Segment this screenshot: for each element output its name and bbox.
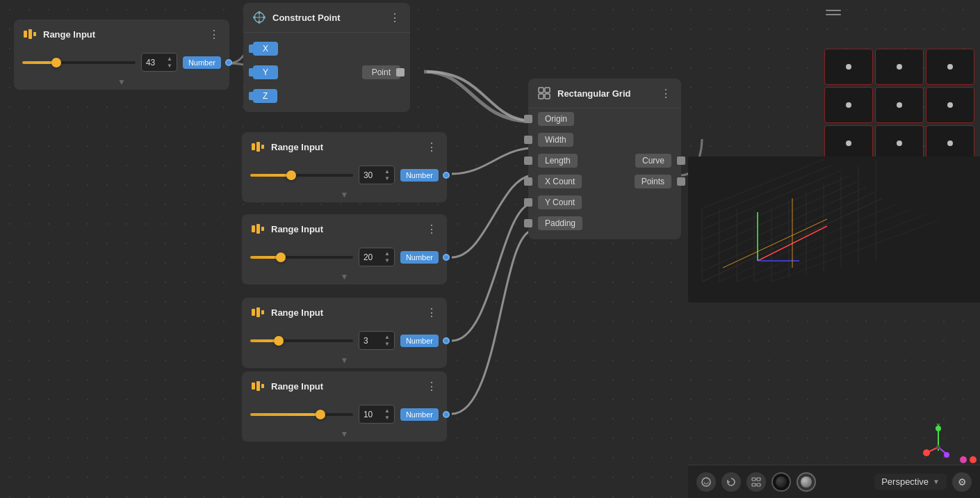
construct-point-menu[interactable]: ⋮ — [388, 11, 402, 24]
rg-padding-dot[interactable] — [524, 219, 532, 227]
svg-rect-17 — [256, 307, 260, 317]
range-input-1-value[interactable]: 43 ▲▼ — [141, 53, 177, 72]
range-input-2-menu[interactable]: ⋮ — [425, 140, 439, 154]
construct-point-header: Construct Point ⋮ — [243, 3, 410, 33]
fullscreen-button[interactable] — [746, 472, 766, 492]
svg-rect-18 — [261, 310, 264, 314]
rg-xcount-dot[interactable] — [524, 177, 532, 186]
rg-port-origin: Origin — [528, 109, 681, 129]
svg-point-69 — [936, 445, 940, 449]
construct-point-icon — [252, 10, 267, 25]
point-grid-panel — [819, 43, 980, 167]
point-cell-1-1 — [875, 87, 924, 123]
cp-port-z-dot[interactable] — [249, 92, 257, 100]
svg-rect-1 — [28, 29, 32, 39]
range-input-4-arrows[interactable]: ▲▼ — [384, 334, 390, 347]
range-input-3-arrows[interactable]: ▲▼ — [384, 250, 390, 264]
range-input-1-menu[interactable]: ⋮ — [207, 28, 221, 41]
range-input-3-value[interactable]: 20 ▲▼ — [359, 248, 395, 266]
range-input-5-arrows[interactable]: ▲▼ — [384, 408, 390, 421]
range-input-1-body: 43 ▲▼ Number — [14, 49, 229, 74]
range-input-4-output-dot[interactable] — [443, 337, 450, 344]
svg-rect-19 — [252, 383, 255, 389]
point-cell-0-0 — [824, 49, 873, 85]
range-input-node-5: Range Input ⋮ 10 ▲▼ Number ▼ — [242, 371, 447, 442]
range-input-4-icon — [250, 305, 266, 320]
range-input-5-chevron[interactable]: ▼ — [341, 429, 349, 439]
range-input-4-slider[interactable] — [250, 336, 353, 346]
range-input-2-arrows[interactable]: ▲▼ — [384, 168, 390, 182]
range-input-3-body: 20 ▲▼ Number — [242, 243, 447, 269]
rg-points-dot[interactable] — [677, 177, 685, 186]
rg-width-label: Width — [538, 133, 573, 147]
rg-port-xcount: X Count Points — [528, 171, 681, 192]
range-input-1-arrows[interactable]: ▲▼ — [167, 56, 172, 69]
svg-rect-26 — [688, 156, 980, 303]
range-input-2-value[interactable]: 30 ▲▼ — [359, 166, 395, 184]
rect-grid-icon — [537, 86, 552, 101]
rect-grid-menu[interactable]: ⋮ — [659, 87, 673, 100]
point-cell-0-2 — [926, 49, 974, 85]
rg-curve-dot[interactable] — [677, 156, 685, 165]
rg-length-label: Length — [538, 154, 578, 168]
range-input-5-slider[interactable] — [250, 410, 353, 419]
cp-port-y-dot[interactable] — [249, 68, 257, 77]
range-input-3-output-dot[interactable] — [443, 254, 450, 261]
range-input-3-title: Range Input — [271, 224, 419, 234]
shading-toggle-light[interactable] — [797, 472, 816, 492]
range-input-2-header: Range Input ⋮ — [242, 132, 447, 161]
svg-text:Z: Z — [945, 451, 949, 458]
svg-rect-24 — [539, 94, 544, 99]
cp-output-dot[interactable] — [396, 68, 405, 77]
shading-toggle-dark[interactable] — [771, 472, 791, 492]
hamburger-menu[interactable] — [826, 10, 841, 15]
viewport-settings-button[interactable]: ⚙ — [952, 472, 972, 492]
range-input-5-header: Range Input ⋮ — [242, 371, 447, 401]
svg-rect-21 — [261, 384, 264, 388]
range-input-1-output-dot[interactable] — [225, 59, 232, 66]
construct-point-port-z: Z — [253, 86, 327, 106]
cp-port-x-dot[interactable] — [249, 45, 257, 53]
range-input-2-slider[interactable] — [250, 170, 353, 180]
range-input-2-output-dot[interactable] — [443, 172, 450, 179]
rg-port-width: Width — [528, 129, 681, 150]
orbit-button[interactable] — [696, 472, 716, 492]
range-input-1-slider[interactable] — [22, 58, 136, 67]
refresh-button[interactable] — [721, 472, 741, 492]
svg-rect-13 — [252, 225, 255, 232]
range-input-1-chevron[interactable]: ▼ — [117, 77, 126, 87]
range-input-3-menu[interactable]: ⋮ — [425, 223, 439, 236]
svg-rect-0 — [24, 31, 27, 38]
range-input-2-title: Range Input — [271, 142, 419, 152]
rg-width-dot[interactable] — [524, 136, 532, 144]
range-input-1-icon — [22, 26, 38, 42]
point-cell-0-1 — [875, 49, 924, 85]
construct-point-node: Construct Point ⋮ X Y Z Point — [243, 3, 410, 112]
rect-grid-title: Rectangular Grid — [557, 88, 653, 99]
view-select[interactable]: Perspective ▼ — [874, 474, 947, 490]
range-input-4-menu[interactable]: ⋮ — [425, 306, 439, 319]
rg-ycount-dot[interactable] — [524, 198, 532, 207]
svg-rect-12 — [261, 145, 264, 149]
svg-rect-16 — [252, 309, 255, 316]
svg-rect-60 — [757, 483, 760, 486]
range-input-4-title: Range Input — [271, 307, 419, 318]
range-input-5-menu[interactable]: ⋮ — [425, 380, 439, 393]
range-input-3-slider[interactable] — [250, 252, 353, 262]
range-input-2-chevron[interactable]: ▼ — [341, 190, 349, 200]
viewport-panel — [688, 156, 980, 303]
range-input-4-output: Number — [400, 335, 439, 347]
range-input-5-output-dot[interactable] — [443, 411, 450, 418]
range-input-4-value[interactable]: 3 ▲▼ — [359, 331, 395, 350]
range-input-3-header: Range Input ⋮ — [242, 214, 447, 243]
range-input-5-icon — [250, 378, 266, 394]
range-input-2-icon — [250, 139, 266, 154]
range-input-5-output: Number — [400, 408, 439, 421]
rg-origin-dot[interactable] — [524, 115, 532, 123]
rg-points-label: Points — [635, 175, 671, 188]
range-input-3-chevron[interactable]: ▼ — [341, 272, 349, 282]
range-input-5-value[interactable]: 10 ▲▼ — [359, 405, 395, 424]
range-input-4-chevron[interactable]: ▼ — [341, 355, 349, 365]
range-input-4-footer: ▼ — [242, 353, 447, 368]
rg-length-dot[interactable] — [524, 156, 532, 165]
